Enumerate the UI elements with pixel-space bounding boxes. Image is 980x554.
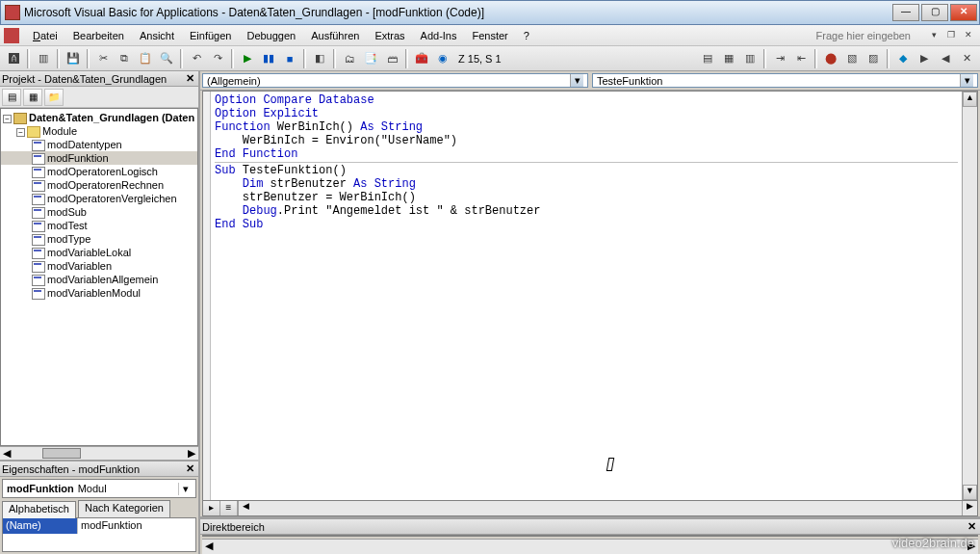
indent-icon[interactable]: ⇥: [770, 49, 789, 68]
toolbox-icon[interactable]: 🧰: [412, 49, 431, 68]
outdent-icon[interactable]: ⇤: [791, 49, 811, 68]
scroll-right-icon[interactable]: ▶: [962, 501, 977, 515]
tree-module-modSub[interactable]: modSub: [1, 205, 197, 219]
comment-icon[interactable]: ▧: [842, 49, 862, 68]
tree-module-modVariablenModul[interactable]: modVariablenModul: [1, 286, 197, 300]
properties-grid[interactable]: (Name) modFunktion: [2, 517, 196, 552]
minimize-button[interactable]: —: [892, 4, 919, 21]
insert-module-icon[interactable]: ▥: [34, 49, 53, 68]
properties-pane-close-icon[interactable]: ✕: [183, 462, 196, 475]
mdi-minimize-button[interactable]: ▾: [926, 29, 941, 42]
toggle-folders-icon[interactable]: 📁: [44, 89, 64, 106]
properties-object-name: modFunktion: [7, 483, 74, 494]
scroll-left-icon[interactable]: ◀: [238, 501, 253, 515]
tree-module-modOperatorenRechnen[interactable]: modOperatorenRechnen: [1, 178, 197, 192]
tree-module-modVariablen[interactable]: modVariablen: [1, 259, 197, 273]
run-icon[interactable]: ▶: [238, 49, 257, 68]
tree-module-modType[interactable]: modType: [1, 232, 197, 246]
close-button[interactable]: ✕: [950, 4, 977, 21]
menu-window[interactable]: Fenster: [464, 28, 515, 43]
immediate-header: Direktbereich ✕: [200, 519, 980, 535]
tab-alphabetical[interactable]: Alphabetisch: [2, 501, 76, 518]
tab-categorized[interactable]: Nach Kategorien: [78, 500, 170, 517]
breakpoint-icon[interactable]: ⬤: [821, 49, 840, 68]
prop-name-value[interactable]: modFunktion: [78, 518, 195, 534]
project-explorer-icon[interactable]: 🗂: [340, 49, 359, 68]
break-icon[interactable]: ▮▮: [259, 49, 278, 68]
chevron-down-icon[interactable]: ▾: [570, 74, 583, 87]
tree-module-modFunktion[interactable]: modFunktion: [1, 151, 197, 165]
immediate-title: Direktbereich: [202, 521, 265, 533]
menu-insert[interactable]: Einfügen: [182, 28, 239, 43]
scroll-up-icon[interactable]: ▲: [963, 92, 977, 107]
modules-folder[interactable]: Module: [42, 125, 77, 137]
code-margin[interactable]: [203, 92, 211, 500]
cursor-position: Z 15, S 1: [454, 53, 505, 65]
copy-icon[interactable]: ⧉: [115, 49, 134, 68]
procedure-dropdown[interactable]: TesteFunktion ▾: [592, 73, 978, 88]
find-icon[interactable]: 🔍: [157, 49, 176, 68]
project-tree-hscroll[interactable]: ◀▶: [0, 446, 198, 460]
next-bookmark-icon[interactable]: ▶: [915, 49, 934, 68]
properties-window-icon[interactable]: 📑: [361, 49, 380, 68]
menu-debug[interactable]: Debuggen: [239, 28, 303, 43]
procedure-view-icon[interactable]: ▸: [203, 501, 220, 515]
undo-icon[interactable]: ↶: [187, 49, 206, 68]
tree-module-modVariableLokal[interactable]: modVariableLokal: [1, 246, 197, 259]
save-icon[interactable]: 💾: [64, 49, 83, 68]
menu-help[interactable]: ?: [516, 28, 537, 43]
tree-module-modOperatorenLogisch[interactable]: modOperatorenLogisch: [1, 165, 197, 178]
view-code-icon[interactable]: ▤: [2, 89, 21, 106]
object-dropdown[interactable]: (Allgemein) ▾: [202, 73, 588, 88]
code-vscroll[interactable]: ▲ ▼: [962, 92, 977, 500]
tree-module-modVariablenAllgemein[interactable]: modVariablenAllgemein: [1, 273, 197, 286]
help-icon[interactable]: ◉: [433, 49, 452, 68]
redo-icon[interactable]: ↷: [208, 49, 227, 68]
bookmark-icon[interactable]: ◆: [893, 49, 913, 68]
view-access-icon[interactable]: 🅰: [4, 49, 23, 68]
quick-info-icon[interactable]: ▦: [719, 49, 738, 68]
chevron-down-icon[interactable]: ▾: [960, 74, 973, 87]
project-pane-header: Projekt - Daten&Taten_Grundlagen ✕: [0, 71, 198, 87]
param-info-icon[interactable]: ▥: [740, 49, 760, 68]
prev-bookmark-icon[interactable]: ◀: [936, 49, 955, 68]
code-hscroll-bar[interactable]: ▸ ≡ ◀ ▶: [202, 501, 978, 516]
menu-addins[interactable]: Add-Ins: [413, 28, 465, 43]
code-editor[interactable]: Option Compare DatabaseOption ExplicitFu…: [202, 91, 978, 501]
module-icon: [32, 194, 45, 205]
list-members-icon[interactable]: ▤: [698, 49, 717, 68]
menu-edit[interactable]: Bearbeiten: [65, 28, 132, 43]
code-text[interactable]: Option Compare DatabaseOption ExplicitFu…: [211, 92, 962, 500]
mdi-restore-button[interactable]: ❐: [943, 29, 959, 42]
immediate-close-icon[interactable]: ✕: [965, 520, 978, 533]
scroll-down-icon[interactable]: ▼: [963, 485, 977, 500]
tree-module-modDatentypen[interactable]: modDatentypen: [1, 138, 197, 151]
maximize-button[interactable]: ▢: [921, 4, 948, 21]
immediate-text[interactable]: [202, 535, 978, 537]
design-mode-icon[interactable]: ◧: [310, 49, 329, 68]
paste-icon[interactable]: 📋: [136, 49, 155, 68]
clear-bookmarks-icon[interactable]: ✕: [957, 49, 976, 68]
tree-module-modTest[interactable]: modTest: [1, 219, 197, 232]
uncomment-icon[interactable]: ▨: [864, 49, 883, 68]
menu-view[interactable]: Ansicht: [132, 28, 182, 43]
menu-file[interactable]: Datei: [25, 28, 65, 43]
immediate-hscroll[interactable]: ◀▶: [202, 539, 978, 554]
reset-icon[interactable]: ■: [280, 49, 299, 68]
menu-extras[interactable]: Extras: [367, 28, 412, 43]
properties-object-combo[interactable]: modFunktion Modul ▾: [2, 479, 196, 498]
standard-toolbar: 🅰 ▥ 💾 ✂ ⧉ 📋 🔍 ↶ ↷ ▶ ▮▮ ■ ◧ 🗂 📑 🗃 🧰 ◉ Z 1…: [0, 46, 980, 71]
project-pane-title: Projekt - Daten&Taten_Grundlagen: [2, 73, 167, 85]
project-pane-close-icon[interactable]: ✕: [183, 72, 196, 85]
chevron-down-icon[interactable]: ▾: [178, 483, 192, 495]
view-object-icon[interactable]: ▦: [23, 89, 42, 106]
tree-module-modOperatorenVergleichen[interactable]: modOperatorenVergleichen: [1, 192, 197, 205]
help-search-input[interactable]: [799, 30, 915, 41]
project-tree[interactable]: −Daten&Taten_Grundlagen (Daten −Module m…: [0, 108, 198, 446]
mdi-close-button[interactable]: ✕: [961, 29, 976, 42]
menu-run[interactable]: Ausführen: [303, 28, 367, 43]
full-module-view-icon[interactable]: ≡: [220, 501, 238, 515]
object-browser-icon[interactable]: 🗃: [382, 49, 401, 68]
cut-icon[interactable]: ✂: [93, 49, 113, 68]
project-root[interactable]: Daten&Taten_Grundlagen (Daten: [29, 112, 194, 123]
